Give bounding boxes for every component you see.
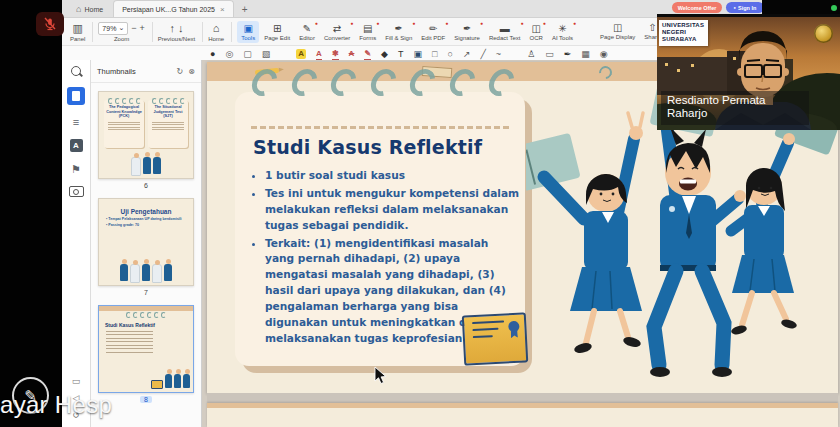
- thumbnail-list: The Pedagogical Content Knowledge (PCK) …: [91, 83, 201, 427]
- select-text-tool-icon[interactable]: ◎: [225, 49, 233, 59]
- ribbon-tab-signature[interactable]: ✒ Signature ●: [450, 21, 484, 43]
- thumbnail-page-7[interactable]: Uji Pengetahuan • Tempat Pelaksanaan UP …: [98, 198, 194, 286]
- welcome-offer-button[interactable]: Welcome Offer: [672, 2, 722, 13]
- page-number-selected: 8: [140, 396, 152, 403]
- panel-collapse-icon[interactable]: ⊗: [188, 67, 195, 76]
- mini-people: [99, 258, 193, 283]
- user-icon: ●: [734, 5, 736, 10]
- pencil-tool-icon[interactable]: ✎: [364, 49, 371, 60]
- underline-tool-icon[interactable]: A: [316, 49, 322, 60]
- attachments-panel-icon[interactable]: [69, 186, 84, 197]
- thumbnails-panel-icon[interactable]: [67, 87, 85, 105]
- notepad-spiral-rings: [253, 68, 513, 97]
- stamp-tool-icon[interactable]: ♙: [527, 49, 535, 59]
- university-banner: UNIVERSITAS NEGERI SURABAYA: [659, 20, 708, 46]
- note-comment-tool-icon[interactable]: ▣: [414, 49, 423, 59]
- medal-ribbon-icon: [508, 321, 520, 333]
- panel-icon: ▥: [72, 23, 82, 34]
- squiggly-tool-icon[interactable]: ✱: [332, 49, 339, 60]
- participant-name-label: Resdianto Permata Raharjo: [661, 91, 809, 125]
- ribbon-tab-tools[interactable]: ▣ Tools: [237, 21, 259, 43]
- tab-home[interactable]: ⌂ Home: [62, 4, 113, 17]
- strikeout-tool-icon[interactable]: A: [349, 49, 355, 59]
- ribbon-tab-ai-tools[interactable]: ✳ AI Tools ●: [548, 21, 577, 43]
- table-tool-icon[interactable]: ▦: [581, 49, 590, 59]
- rectangle-tool-icon[interactable]: □: [432, 49, 437, 59]
- snapshot-tool-icon[interactable]: ▧: [262, 49, 271, 59]
- thumbnail-page-6[interactable]: The Pedagogical Content Knowledge (PCK) …: [98, 91, 194, 179]
- ribbon-tab-forms[interactable]: ▤ Forms ●: [355, 21, 380, 43]
- mouse-cursor: [374, 366, 387, 385]
- previous-page-icon[interactable]: ↑: [169, 23, 175, 34]
- ribbon-tab-page-edit[interactable]: ⊞ Page Edit: [260, 21, 294, 43]
- page-display-button[interactable]: ◫ Page Display: [596, 20, 639, 42]
- toolbar-right-group: ◫ Page Display ⇧ Share: [596, 17, 665, 44]
- page-number: 7: [140, 289, 152, 296]
- converter-icon: ⇄: [333, 23, 341, 34]
- bookmarks-panel-icon[interactable]: ⚑: [71, 163, 81, 175]
- edit-pdf-icon: ✏: [429, 23, 437, 34]
- sign-tool-icon[interactable]: ✒: [564, 49, 572, 59]
- search-icon[interactable]: [71, 66, 81, 76]
- tab-document[interactable]: Persiapan UK...G Tahun 2025 ×: [113, 0, 234, 17]
- webcam-tile[interactable]: UNIVERSITAS NEGERI SURABAYA Resdianto Pe…: [657, 17, 840, 130]
- annotations-panel-icon[interactable]: A: [70, 139, 83, 152]
- toolbar-separator: [152, 22, 153, 42]
- next-page-icon[interactable]: ↓: [178, 23, 184, 34]
- forms-icon: ▤: [363, 23, 372, 34]
- zoom-out-button[interactable]: −: [131, 23, 136, 33]
- thumbnail-page-8[interactable]: Studi Kasus Reflektif: [98, 305, 194, 393]
- ribbon-tab-fill-sign[interactable]: ✒ Fill & Sign ●: [381, 21, 416, 43]
- status-dot: [831, 5, 837, 11]
- zoom-group: 79% ⌄ − + Zoom: [98, 22, 144, 42]
- promo-buttons: Welcome Offer ● Sign In: [672, 2, 764, 13]
- hand-tool-icon[interactable]: ●: [210, 49, 215, 59]
- arrow-tool-icon[interactable]: ↗: [463, 49, 471, 59]
- thumbnail-item-7[interactable]: Uji Pengetahuan • Tempat Pelaksanaan UP …: [98, 198, 194, 296]
- typewriter-tool-icon[interactable]: T: [398, 49, 404, 59]
- ribbon-tab-ocr[interactable]: ◫ OCR ●: [526, 21, 547, 43]
- oval-tool-icon[interactable]: ○: [447, 49, 452, 59]
- sign-in-button[interactable]: ● Sign In: [726, 2, 764, 13]
- annotator-name-overlay: ayar Hesp: [0, 391, 112, 419]
- page-display-icon: ◫: [613, 22, 622, 33]
- mini-people: [99, 151, 193, 176]
- toolbar-separator: [92, 22, 93, 42]
- zoom-level-select[interactable]: 79% ⌄: [98, 22, 128, 35]
- ribbon-tab-converter[interactable]: ⇄ Converter ●: [320, 21, 354, 43]
- image-annotation-tool-icon[interactable]: ▭: [545, 49, 554, 59]
- highlight-tool-icon[interactable]: A: [296, 49, 306, 59]
- page-number: 6: [140, 182, 152, 189]
- outline-panel-icon[interactable]: ≡: [73, 116, 79, 128]
- toolbar-separator: [231, 22, 232, 42]
- mic-muted-glyph: [42, 16, 58, 32]
- new-tab-button[interactable]: +: [234, 4, 256, 17]
- measure-tool-icon[interactable]: ◉: [600, 49, 608, 59]
- page-nav-group: ↑ ↓ Previous/Next: [158, 22, 195, 42]
- slide-title: Studi Kasus Reflektif: [253, 136, 482, 158]
- marquee-zoom-tool-icon[interactable]: ▢: [243, 49, 252, 59]
- mini-card-right: The Situational Judgement Test (SJT): [148, 100, 188, 148]
- ribbon-tab-edit-pdf[interactable]: ✏ Edit PDF ●: [417, 21, 449, 43]
- dashed-divider: [251, 126, 509, 129]
- tab-close-icon[interactable]: ×: [220, 5, 225, 14]
- panel-options-icon[interactable]: ↻: [177, 67, 184, 76]
- meeting-screen: { "chrome": { "tabbar": {"home": "Home",…: [0, 0, 840, 427]
- zoom-in-button[interactable]: +: [140, 23, 145, 33]
- ribbon-tab-redact-text[interactable]: ▬ Redact Text ●: [485, 21, 525, 43]
- home-view-button[interactable]: ⌂ Home: [208, 22, 224, 42]
- thumbnails-panel: Thumbnails ↻ ⊗ The Pedagogical Content K…: [91, 60, 202, 427]
- tools-icon: ▣: [243, 23, 252, 34]
- curve-tool-icon[interactable]: ~: [496, 49, 501, 59]
- eraser-tool-icon[interactable]: ◆: [381, 49, 388, 59]
- thumbnail-item-6[interactable]: The Pedagogical Content Knowledge (PCK) …: [98, 91, 194, 189]
- chevron-down-icon: ⌄: [118, 24, 124, 32]
- panel-button[interactable]: ▥ Panel: [70, 22, 85, 42]
- fill-sign-icon: ✒: [395, 23, 403, 34]
- thumbnail-item-8[interactable]: Studi Kasus Reflektif 8: [98, 305, 194, 403]
- line-tool-icon[interactable]: ╱: [480, 49, 485, 59]
- slide-bullet: 1 butir soal studi kasus: [265, 168, 521, 184]
- page-gap: [207, 393, 838, 403]
- clipboard-icon[interactable]: ▭: [72, 375, 81, 387]
- ribbon-tab-editor[interactable]: ✎ Editor ●: [295, 21, 319, 43]
